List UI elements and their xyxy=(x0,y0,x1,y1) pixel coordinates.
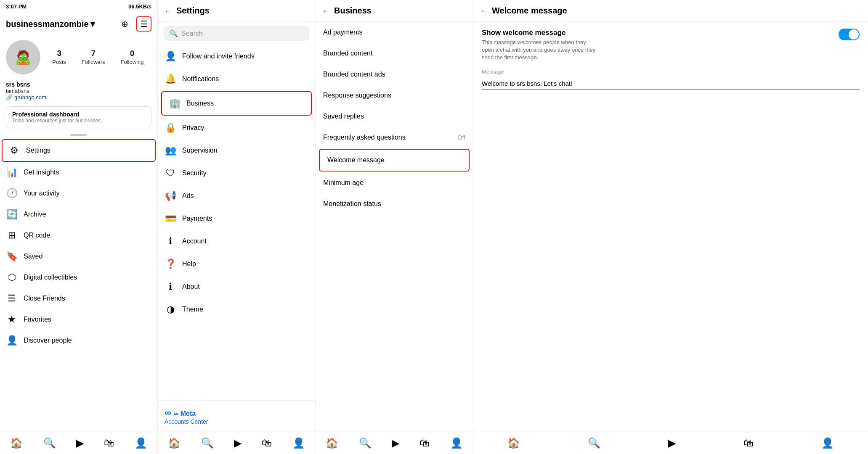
add-content-button[interactable]: ⊕ xyxy=(117,16,132,32)
faq-status: Off xyxy=(458,134,465,141)
dashboard-subtitle: Tools and resources just for businesses. xyxy=(12,118,145,124)
search-icon[interactable]: 🔍 xyxy=(43,437,56,449)
settings-item-label: Ads xyxy=(182,192,194,200)
search-icon[interactable]: 🔍 xyxy=(359,437,372,449)
sidebar-item-settings[interactable]: ⚙ Settings xyxy=(2,139,156,162)
business-header: ← Business xyxy=(316,0,473,22)
welcome-content: Show welcome message This message welcom… xyxy=(473,22,868,432)
profile-username[interactable]: businessmanzombie ▾ xyxy=(6,19,95,29)
sidebar-item-discover-people[interactable]: 👤 Discover people xyxy=(0,330,157,351)
sidebar-item-label: Close Friends xyxy=(24,295,65,302)
sidebar-item-digital-collectibles[interactable]: ⬡ Digital collectibles xyxy=(0,267,157,288)
posts-stat[interactable]: 3 Posts xyxy=(52,49,66,66)
back-arrow-icon[interactable]: ← xyxy=(480,7,487,15)
welcome-message-toggle[interactable] xyxy=(839,29,860,40)
sidebar-item-label: Your activity xyxy=(24,190,60,197)
welcome-toggle-info: Show welcome message This message welcom… xyxy=(482,29,600,62)
monetization-status-label: Monetization status xyxy=(323,200,381,208)
sidebar-item-favorites[interactable]: ★ Favorites xyxy=(0,309,157,330)
business-list: Ad payments Branded content Branded cont… xyxy=(316,22,473,432)
message-label: Message xyxy=(482,69,860,75)
business-bottom-nav: 🏠 🔍 ▶ 🛍 👤 xyxy=(316,432,473,454)
professional-dashboard[interactable]: Professional dashboard Tools and resourc… xyxy=(6,106,151,128)
home-icon[interactable]: 🏠 xyxy=(326,437,338,449)
shop-icon[interactable]: 🛍 xyxy=(104,437,114,449)
profile-icon[interactable]: 👤 xyxy=(821,437,834,449)
home-icon[interactable]: 🏠 xyxy=(168,437,181,449)
meta-section: ∞ ∞ Meta Accounts Center xyxy=(158,400,315,432)
business-item-branded-content-ads[interactable]: Branded content ads xyxy=(316,64,473,85)
business-item-saved-replies[interactable]: Saved replies xyxy=(316,106,473,127)
search-icon[interactable]: 🔍 xyxy=(588,437,600,449)
search-bar[interactable]: 🔍 Search xyxy=(164,26,309,41)
settings-item-payments[interactable]: 💳 Payments xyxy=(158,207,315,230)
settings-item-business[interactable]: 🏢 Business xyxy=(161,91,312,116)
profile-link[interactable]: 🔗 grubngo.com xyxy=(6,94,151,100)
welcome-bottom-nav: 🏠 🔍 ▶ 🛍 👤 xyxy=(473,432,868,454)
settings-item-follow-invite[interactable]: 👤 Follow and invite friends xyxy=(158,45,315,68)
shop-icon[interactable]: 🛍 xyxy=(262,437,272,449)
reels-icon[interactable]: ▶ xyxy=(234,437,242,449)
profile-icon[interactable]: 👤 xyxy=(292,437,305,449)
business-item-ad-payments[interactable]: Ad payments xyxy=(316,22,473,43)
sidebar-item-qr-code[interactable]: ⊞ QR code xyxy=(0,225,157,246)
theme-icon: ◑ xyxy=(165,304,176,315)
home-icon[interactable]: 🏠 xyxy=(507,437,520,449)
shop-icon[interactable]: 🛍 xyxy=(419,437,430,449)
payments-icon: 💳 xyxy=(165,213,176,224)
settings-item-theme[interactable]: ◑ Theme xyxy=(158,298,315,321)
search-icon[interactable]: 🔍 xyxy=(201,437,214,449)
sidebar-item-saved[interactable]: 🔖 Saved xyxy=(0,246,157,267)
reels-icon[interactable]: ▶ xyxy=(76,437,84,449)
settings-item-notifications[interactable]: 🔔 Notifications xyxy=(158,68,315,90)
link-icon: 🔗 xyxy=(6,94,13,100)
sidebar-item-label: Digital collectibles xyxy=(24,274,77,281)
sidebar-item-label: Discover people xyxy=(24,337,72,344)
settings-item-help[interactable]: ❓ Help xyxy=(158,253,315,275)
settings-item-privacy[interactable]: 🔒 Privacy xyxy=(158,116,315,139)
settings-item-security[interactable]: 🛡 Security xyxy=(158,162,315,185)
toggle-knob xyxy=(849,29,859,40)
chevron-down-icon: ▾ xyxy=(90,19,95,29)
settings-item-ads[interactable]: 📢 Ads xyxy=(158,185,315,207)
sidebar-item-get-insights[interactable]: 📊 Get insights xyxy=(0,162,157,183)
business-item-monetization-status[interactable]: Monetization status xyxy=(316,193,473,214)
follow-invite-icon: 👤 xyxy=(165,51,176,62)
sidebar-item-label: Saved xyxy=(24,253,42,260)
settings-item-about[interactable]: ℹ About xyxy=(158,275,315,298)
dashboard-title: Professional dashboard xyxy=(12,111,145,118)
home-icon[interactable]: 🏠 xyxy=(10,437,23,449)
help-icon: ❓ xyxy=(165,259,176,269)
status-bar: 3:07 PM 36.5KB/s xyxy=(0,0,157,13)
settings-item-label: Help xyxy=(182,260,196,268)
followers-stat[interactable]: 7 Followers xyxy=(82,49,105,66)
hamburger-menu-button[interactable]: ☰ xyxy=(136,16,151,32)
sidebar-item-archive[interactable]: 🔄 Archive xyxy=(0,204,157,225)
business-item-faq[interactable]: Frequently asked questions Off xyxy=(316,127,473,148)
welcome-message-label: Welcome message xyxy=(327,156,385,164)
business-item-welcome-message[interactable]: Welcome message xyxy=(319,149,470,172)
sidebar-item-close-friends[interactable]: ☰ Close Friends xyxy=(0,288,157,309)
profile-icon[interactable]: 👤 xyxy=(450,437,463,449)
shop-icon[interactable]: 🛍 xyxy=(743,437,754,449)
accounts-center-link[interactable]: Accounts Center xyxy=(165,418,308,425)
settings-item-account[interactable]: ℹ Account xyxy=(158,230,315,253)
business-item-minimum-age[interactable]: Minimum age xyxy=(316,172,473,193)
profile-icon[interactable]: 👤 xyxy=(135,437,147,449)
settings-item-label: Account xyxy=(182,238,207,245)
discover-icon: 👤 xyxy=(6,335,18,346)
settings-item-supervision[interactable]: 👥 Supervision xyxy=(158,139,315,162)
following-stat[interactable]: 0 Following xyxy=(121,49,144,66)
meta-logo: ∞ ∞ Meta xyxy=(165,407,308,418)
bottom-nav: 🏠 🔍 ▶ 🛍 👤 xyxy=(0,432,157,454)
reels-icon[interactable]: ▶ xyxy=(392,437,399,449)
message-input[interactable] xyxy=(482,78,860,90)
back-arrow-icon[interactable]: ← xyxy=(165,7,171,15)
sidebar-menu: ⚙ Settings 📊 Get insights 🕐 Your activit… xyxy=(0,139,157,432)
posts-count: 3 xyxy=(52,49,66,58)
business-item-branded-content[interactable]: Branded content xyxy=(316,43,473,64)
sidebar-item-your-activity[interactable]: 🕐 Your activity xyxy=(0,183,157,204)
reels-icon[interactable]: ▶ xyxy=(668,437,676,449)
business-item-response-suggestions[interactable]: Response suggestions xyxy=(316,85,473,106)
back-arrow-icon[interactable]: ← xyxy=(322,7,329,15)
